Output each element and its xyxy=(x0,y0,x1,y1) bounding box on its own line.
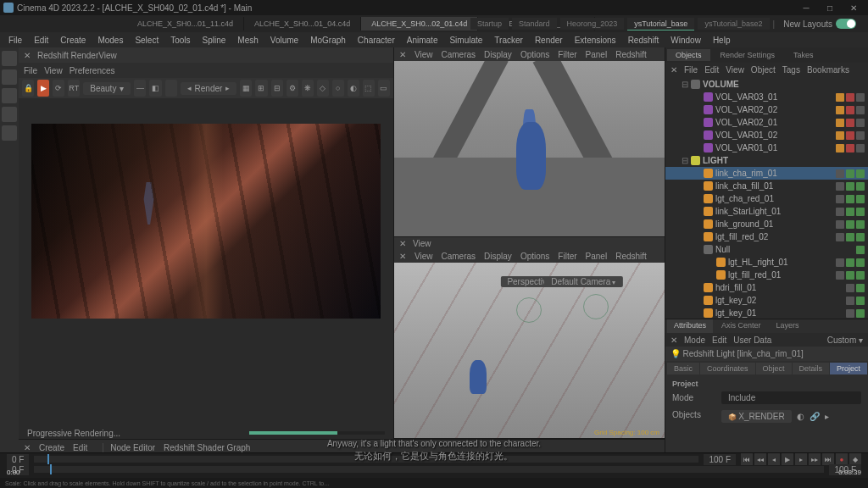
attr-basic-tab[interactable]: Basic xyxy=(667,363,699,374)
object-tag[interactable] xyxy=(846,271,854,280)
object-row[interactable]: hdri_fill_01 xyxy=(665,281,868,294)
object-tag[interactable] xyxy=(836,144,844,152)
tool-icon[interactable]: — xyxy=(134,80,146,97)
object-tag[interactable] xyxy=(856,309,865,318)
layout-tab[interactable]: Heorong_2023 xyxy=(560,18,625,30)
attr-menu[interactable]: User Data xyxy=(733,336,771,345)
menu-tracker[interactable]: Tracker xyxy=(489,34,528,47)
object-tag[interactable] xyxy=(856,208,865,216)
object-tag[interactable] xyxy=(846,284,854,292)
object-tag[interactable] xyxy=(846,195,854,203)
vp-menu[interactable]: Options xyxy=(520,252,549,261)
tool-icon[interactable] xyxy=(165,80,177,97)
vp-menu[interactable]: Options xyxy=(520,50,549,59)
prev-key-icon[interactable]: ◂◂ xyxy=(754,453,766,465)
layers-tab[interactable]: Layers xyxy=(770,319,806,333)
render-settings-tab[interactable]: Render Settings xyxy=(712,49,784,61)
vp-close-icon[interactable]: ✕ xyxy=(399,50,406,59)
panel-close-icon[interactable]: ✕ xyxy=(24,443,31,452)
vp-menu[interactable]: View xyxy=(415,50,433,59)
menu-volume[interactable]: Volume xyxy=(265,34,303,47)
vp-close-icon[interactable]: ✕ xyxy=(399,239,406,248)
layout-tab[interactable]: ysTutorial_base2 xyxy=(698,18,769,30)
tool-icon[interactable]: ○ xyxy=(332,80,344,97)
obj-menu[interactable]: Bookmarks xyxy=(807,65,849,75)
vp-menu[interactable]: Filter xyxy=(558,252,576,261)
menu-spline[interactable]: Spline xyxy=(198,34,231,47)
tool-icon[interactable]: ⊞ xyxy=(255,80,267,97)
object-row[interactable]: link_StarLight_01 xyxy=(665,205,868,218)
object-tag[interactable] xyxy=(836,182,844,191)
vp-menu[interactable]: Panel xyxy=(586,252,608,261)
tool-icon[interactable] xyxy=(2,88,17,103)
panel-close-icon[interactable]: ✕ xyxy=(670,65,677,75)
minimize-button[interactable]: ─ xyxy=(795,2,817,14)
vp-menu[interactable]: Display xyxy=(484,50,512,59)
object-row[interactable]: lgt_HL_right_01 xyxy=(665,256,868,269)
menu-create[interactable]: Create xyxy=(55,34,91,47)
mode-dropdown[interactable]: Include xyxy=(721,391,861,404)
object-tag[interactable] xyxy=(856,93,865,102)
menu-render[interactable]: Render xyxy=(530,34,568,47)
menu-redshift[interactable]: Redshift xyxy=(623,34,665,47)
next-frame-icon[interactable]: ▸ xyxy=(795,453,807,465)
layout-toggle[interactable] xyxy=(836,19,856,29)
vp-menu[interactable]: Panel xyxy=(586,50,608,59)
maximize-button[interactable]: □ xyxy=(819,2,841,14)
lock-icon[interactable]: 🔒 xyxy=(22,80,34,97)
object-tag[interactable] xyxy=(846,119,854,127)
vp-menu[interactable]: Cameras xyxy=(442,252,476,261)
menu-window[interactable]: Window xyxy=(665,34,706,47)
panel-close-icon[interactable]: ✕ xyxy=(24,51,31,60)
obj-menu[interactable]: Object xyxy=(751,65,776,75)
tool-icon[interactable] xyxy=(2,125,17,141)
viewport-canvas[interactable] xyxy=(394,61,665,236)
object-row[interactable]: VOL_VAR03_01 xyxy=(665,91,868,103)
attr-menu[interactable]: Edit xyxy=(712,336,726,345)
attr-menu[interactable]: Mode xyxy=(684,336,705,345)
menu-mesh[interactable]: Mesh xyxy=(232,34,263,47)
tool-icon[interactable]: ❋ xyxy=(302,80,314,97)
menu-character[interactable]: Character xyxy=(353,34,400,47)
tool-icon[interactable]: ⬚ xyxy=(363,80,375,97)
object-tag[interactable] xyxy=(836,169,844,178)
object-row[interactable]: link_cha_rim_01 xyxy=(665,167,868,180)
menu-animate[interactable]: Animate xyxy=(402,34,443,47)
layout-tab[interactable]: Standard xyxy=(512,18,557,30)
obj-menu[interactable]: Edit xyxy=(704,65,719,75)
ne-tab[interactable]: Edit xyxy=(73,443,87,452)
tool-icon[interactable]: ◐ xyxy=(348,80,359,97)
play-icon[interactable]: ▶ xyxy=(782,453,793,465)
object-tag[interactable] xyxy=(846,258,854,267)
object-tag[interactable] xyxy=(846,182,854,191)
menu-help[interactable]: Help xyxy=(708,34,736,47)
object-row[interactable]: lgt_key_02 xyxy=(665,294,868,307)
object-row[interactable]: VOL_VAR02_02 xyxy=(665,103,868,116)
ne-tab[interactable]: Create xyxy=(39,443,64,452)
prev-frame-icon[interactable]: ◂ xyxy=(768,453,780,465)
object-tag[interactable] xyxy=(836,119,844,127)
attributes-tab[interactable]: Attributes xyxy=(667,319,713,333)
object-row[interactable]: lgt_fill_red_02 xyxy=(665,230,868,243)
panel-close-icon[interactable]: ✕ xyxy=(670,336,677,345)
object-tag[interactable] xyxy=(836,233,844,241)
menu-select[interactable]: Select xyxy=(130,34,164,47)
object-tag[interactable] xyxy=(836,271,844,280)
object-tag[interactable] xyxy=(846,131,854,140)
tool-icon[interactable]: ⊟ xyxy=(271,80,283,97)
object-tag[interactable] xyxy=(856,131,865,140)
render-menu-prefs[interactable]: Preferences xyxy=(70,66,115,75)
attr-details-tab[interactable]: Details xyxy=(793,363,830,374)
render-menu-view[interactable]: View xyxy=(44,66,63,75)
vp-close-icon[interactable]: ✕ xyxy=(399,252,406,261)
object-row[interactable]: VOL_VAR01_01 xyxy=(665,141,868,154)
object-tag[interactable] xyxy=(836,258,844,267)
object-tag[interactable] xyxy=(846,208,854,216)
attr-object-tab[interactable]: Object xyxy=(756,363,792,374)
object-row[interactable]: ⊟VOLUME xyxy=(665,78,868,91)
object-tag[interactable] xyxy=(856,233,865,241)
object-row[interactable]: ⊟LIGHT xyxy=(665,154,868,167)
object-row[interactable]: lgt_fill_red_01 xyxy=(665,269,868,281)
object-tag[interactable] xyxy=(856,246,865,254)
arrow-icon[interactable]: ▸ xyxy=(825,412,829,421)
